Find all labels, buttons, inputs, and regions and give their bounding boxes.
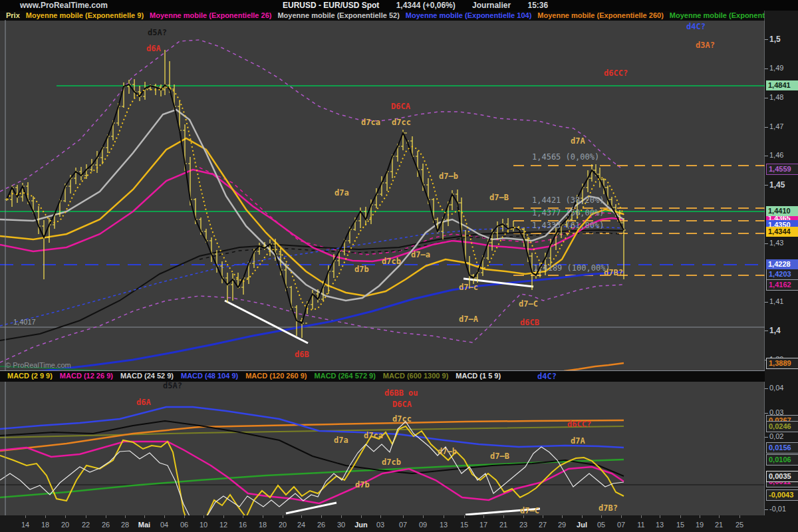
price-tag-1,4203: 1,4203 xyxy=(766,269,798,280)
time-label-27: 27 xyxy=(539,521,547,529)
annotation-d7–B[interactable]: d7–B xyxy=(490,452,509,461)
axis-tick-1,5: 1,5 xyxy=(769,35,781,44)
annotation-d7b[interactable]: d7b xyxy=(355,480,370,489)
time-tick-mark xyxy=(403,515,404,518)
time-label-23: 23 xyxy=(519,521,527,529)
axis-tick-mark xyxy=(765,509,768,510)
time-tick-mark xyxy=(641,515,642,518)
axis-tick-1,4: 1,4 xyxy=(769,326,781,335)
annotation-d7cb[interactable]: d7cb xyxy=(382,458,401,467)
annotation-d7–b[interactable]: d7–b xyxy=(438,447,457,456)
fib-label-1,4377 (50,00%): 1,4377 (50,00%) xyxy=(532,208,604,217)
price-pane[interactable] xyxy=(0,40,765,376)
macd-legend-item-7[interactable]: MACD (1 5 9) xyxy=(456,371,501,381)
annotation-d4C?[interactable]: d4C? xyxy=(537,372,557,381)
annotation-d5A?[interactable]: d5A? xyxy=(163,381,182,390)
time-tick-mark xyxy=(301,515,302,518)
annotation-d6CC?[interactable]: d6CC? xyxy=(567,420,591,429)
annotation-d7–B[interactable]: d7–B xyxy=(489,193,509,202)
annotation-D6CA[interactable]: D6CA xyxy=(392,400,412,409)
macd-pane[interactable] xyxy=(0,407,765,527)
level-label-14017: 1,4017 xyxy=(13,318,36,326)
time-label-26: 26 xyxy=(317,521,325,529)
time-label-04: 04 xyxy=(160,521,168,529)
axis-tick-mark xyxy=(765,388,768,389)
annotation-d7cc[interactable]: d7cc xyxy=(392,118,411,127)
annotation-d6BB ou[interactable]: d6BB ou xyxy=(384,388,418,398)
annotation-d6CB[interactable]: d6CB xyxy=(520,318,539,327)
annotation-d7b[interactable]: d7b xyxy=(354,265,369,274)
annotation-d3A?[interactable]: d3A? xyxy=(696,41,715,50)
time-label-25: 25 xyxy=(735,521,743,529)
axis-tick-mark xyxy=(765,302,768,303)
annotation-d6A[interactable]: d6A xyxy=(146,44,161,53)
annotation-d7a[interactable]: d7a xyxy=(334,188,349,198)
axis-tick-1,47: 1,47 xyxy=(769,122,783,130)
annotation-d7B?[interactable]: d7B? xyxy=(598,503,618,513)
macd-legend-item-5[interactable]: MACD (264 572 9) xyxy=(315,371,376,381)
axis-tick-0,02: 0,02 xyxy=(769,432,783,440)
time-tick-mark xyxy=(503,515,504,518)
macd-legend-item-0[interactable]: MACD (2 9 9) xyxy=(7,371,53,381)
macd-legend-item-2[interactable]: MACD (24 52 9) xyxy=(120,371,174,381)
series-macd-white-trendline-1 xyxy=(286,503,336,513)
macd-legend-item-6[interactable]: MACD (600 1300 9) xyxy=(383,371,448,381)
time-label-Mai: Mai xyxy=(138,521,150,529)
annotation-D6CA[interactable]: D6CA xyxy=(391,102,410,111)
copyright-notice: © ProRealTime.com xyxy=(5,361,71,369)
time-label-21: 21 xyxy=(499,521,507,529)
annotation-d7A[interactable]: d7A xyxy=(571,136,585,146)
time-tick-mark xyxy=(283,515,283,518)
macd-legend-item-4[interactable]: MACD (120 260 9) xyxy=(245,371,307,381)
annotation-d7–C[interactable]: d7–C xyxy=(520,506,539,515)
annotation-d4C?[interactable]: d4C? xyxy=(686,22,706,31)
fib-label-1,4565 (0,00%): 1,4565 (0,00%) xyxy=(532,152,599,162)
time-label-09: 09 xyxy=(419,521,427,529)
time-label-10: 10 xyxy=(200,521,207,529)
time-tick-mark xyxy=(321,515,322,518)
annotation-d7B?[interactable]: d7B? xyxy=(604,268,623,277)
annotation-d6CC?[interactable]: d6CC? xyxy=(604,68,628,78)
annotation-d7–C[interactable]: d7–C xyxy=(519,299,538,309)
time-tick-mark xyxy=(184,515,185,518)
time-tick-mark xyxy=(86,515,86,518)
annotation-d7–b[interactable]: d7–b xyxy=(439,172,458,181)
axis-tick-mark xyxy=(765,156,768,156)
axis-tick-mark xyxy=(765,68,768,69)
price-tag-0,0106: 0,0106 xyxy=(766,454,798,466)
series-upper-violet-band xyxy=(0,40,620,192)
time-label-26: 26 xyxy=(102,521,110,529)
time-label-11: 11 xyxy=(637,521,644,529)
annotation-d7ca[interactable]: d7ca xyxy=(364,431,383,440)
annotation-d5A?[interactable]: d5A? xyxy=(148,28,167,37)
annotation-d7–A[interactable]: d7–A xyxy=(459,315,478,324)
fib-label-1,4189 (100,00%): 1,4189 (100,00%) xyxy=(533,263,610,273)
annotation-d7A[interactable]: d7A xyxy=(571,436,585,446)
price-tag-1,3889: 1,3889 xyxy=(766,358,798,369)
series-magenta-ema xyxy=(0,170,624,261)
time-tick-mark xyxy=(361,515,362,518)
annotation-d7a[interactable]: d7a xyxy=(334,436,348,445)
annotation-d7ca[interactable]: d7ca xyxy=(361,118,380,127)
time-label-22: 22 xyxy=(82,521,90,529)
macd-legend-item-1[interactable]: MACD (12 26 9) xyxy=(60,371,113,381)
time-tick-mark xyxy=(164,515,165,518)
annotation-d6B[interactable]: d6B xyxy=(295,350,309,359)
macd-legend-item-3[interactable]: MACD (48 104 9) xyxy=(181,371,238,381)
chart-canvas[interactable] xyxy=(0,0,798,532)
annotation-d6A[interactable]: d6A xyxy=(136,398,151,407)
time-label-24: 24 xyxy=(297,521,305,529)
time-tick-mark xyxy=(680,515,681,518)
annotation-d7cb[interactable]: d7cb xyxy=(382,257,401,266)
time-tick-mark xyxy=(621,515,622,518)
time-label-21: 21 xyxy=(715,521,723,529)
annotation-d7–a[interactable]: d7–a xyxy=(411,250,430,259)
time-label-19: 19 xyxy=(696,521,704,529)
time-tick-mark xyxy=(106,515,106,518)
prorealtime-chart-window: www.ProRealTime.com EURUSD - EUR/USD Spo… xyxy=(0,0,798,532)
time-tick-mark xyxy=(444,515,444,518)
annotation-d7cc[interactable]: d7cc xyxy=(392,414,412,424)
time-label-18: 18 xyxy=(41,521,49,529)
time-label-03: 03 xyxy=(376,521,384,529)
annotation-d7–c[interactable]: d7–c xyxy=(459,283,478,292)
